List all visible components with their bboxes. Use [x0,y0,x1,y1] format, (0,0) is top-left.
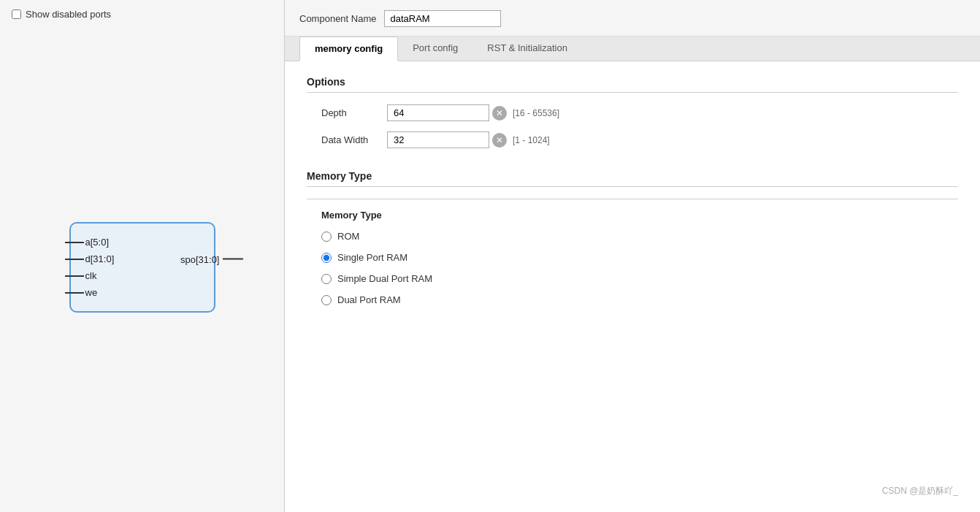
component-name-row: Component Name [285,0,980,37]
tab-memory-config[interactable]: memory config [299,37,398,61]
tab-rst-init[interactable]: RST & Initialization [472,37,582,61]
diagram-area: a[5:0] d[31:0] spo[31:0] clk [12,31,272,503]
radio-simple-dual[interactable] [321,274,332,284]
memory-type-section: Memory Type Memory Type ROM Single Port … [307,170,958,305]
options-title: Options [307,76,958,93]
port-label-clk: clk [85,270,97,281]
data-width-input[interactable] [387,131,489,148]
watermark-text: CSDN @是奶酥吖_ [882,486,958,496]
clear-icon: ✕ [496,108,503,118]
radio-rom[interactable] [321,232,332,242]
memory-type-inner-label: Memory Type [321,210,958,221]
radio-option-single-port[interactable]: Single Port RAM [321,252,958,263]
radio-single-port[interactable] [321,253,332,263]
spo-line [223,259,243,260]
radio-option-dual-port[interactable]: Dual Port RAM [321,294,958,305]
depth-label: Depth [321,107,387,118]
component-wrapper: a[5:0] d[31:0] spo[31:0] clk [69,222,215,313]
radio-dual-port[interactable] [321,295,332,305]
data-width-clear-button[interactable]: ✕ [492,133,507,148]
radio-simple-dual-label: Simple Dual Port RAM [337,273,432,284]
port-label-we: we [85,287,98,298]
tabs-row: memory config Port config RST & Initiali… [285,37,980,61]
options-section: Options Depth ✕ [16 - 65536] Data Width [307,76,958,148]
port-row-we: we [85,287,199,298]
port-row-clk: clk [85,270,199,281]
port-line-we [65,292,84,294]
port-label-d: d[31:0] [85,253,115,264]
show-disabled-checkbox[interactable] [12,9,21,19]
port-label-a: a[5:0] [85,237,110,248]
radio-single-port-label: Single Port RAM [337,252,407,263]
radio-option-simple-dual[interactable]: Simple Dual Port RAM [321,273,958,284]
port-row-d: d[31:0] spo[31:0] [85,253,199,264]
component-name-input[interactable] [384,10,501,27]
memory-type-title: Memory Type [307,170,958,187]
data-width-hint: [1 - 1024] [513,135,550,145]
depth-input[interactable] [387,104,489,121]
show-disabled-label: Show disabled ports [26,9,111,20]
radio-rom-label: ROM [337,231,359,242]
spo-port-container: spo[31:0] [180,253,243,264]
port-line-a [65,242,84,243]
component-name-label: Component Name [299,13,377,24]
port-label-spo: spo[31:0] [180,253,220,264]
tab-port-config[interactable]: Port config [398,37,472,61]
watermark: CSDN @是奶酥吖_ [882,485,958,497]
main-content: Options Depth ✕ [16 - 65536] Data Width [285,61,980,512]
depth-field-row: Depth ✕ [16 - 65536] [307,104,958,121]
port-line-clk [65,275,84,277]
component-box: a[5:0] d[31:0] spo[31:0] clk [69,222,215,313]
port-row-a: a[5:0] [85,237,199,248]
radio-option-rom[interactable]: ROM [321,231,958,242]
data-width-input-wrap: ✕ [387,131,507,148]
radio-dual-port-label: Dual Port RAM [337,294,401,305]
port-line-d [65,259,84,260]
show-disabled-row: Show disabled ports [12,9,272,20]
data-width-label: Data Width [321,134,387,145]
clear-icon-2: ✕ [496,135,503,145]
left-panel: Show disabled ports a[5:0] d[31:0] spo[3… [0,0,285,512]
depth-hint: [16 - 65536] [513,108,559,118]
memory-type-inner: Memory Type ROM Single Port RAM Simple D… [307,199,958,305]
right-panel: Component Name memory config Port config… [285,0,980,512]
depth-clear-button[interactable]: ✕ [492,106,507,121]
data-width-field-row: Data Width ✕ [1 - 1024] [307,131,958,148]
depth-input-wrap: ✕ [387,104,507,121]
